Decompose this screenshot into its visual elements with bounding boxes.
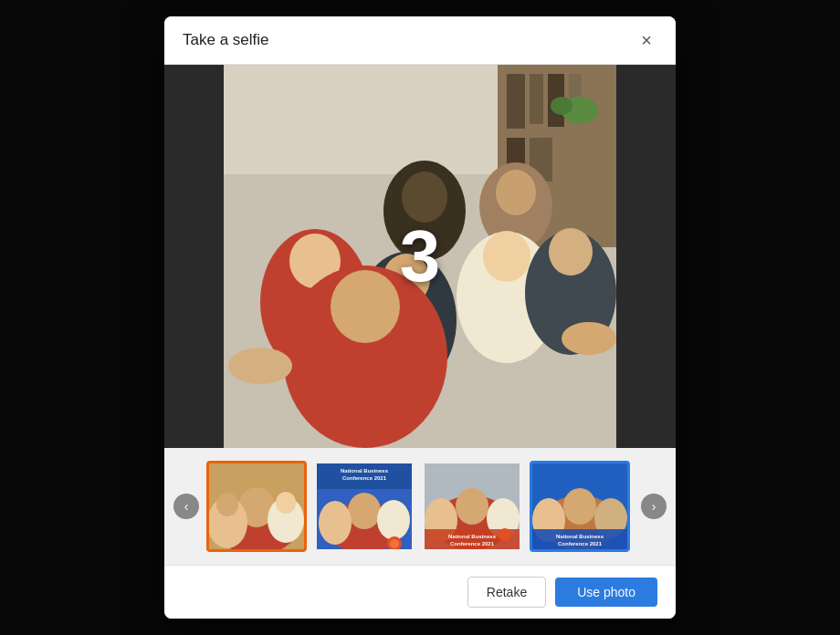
svg-text:Conference 2021: Conference 2021	[342, 475, 387, 481]
thumbnail-4[interactable]: National Business Conference 2021	[530, 461, 630, 552]
svg-point-55	[563, 488, 596, 525]
modal-header: Take a selfie ×	[164, 16, 676, 65]
svg-point-31	[216, 493, 238, 516]
thumbnail-1[interactable]	[206, 461, 307, 552]
svg-point-26	[562, 322, 616, 355]
svg-point-40	[319, 501, 352, 545]
strip-prev-button[interactable]: ‹	[173, 494, 199, 519]
retake-button[interactable]: Retake	[467, 577, 546, 608]
svg-rect-2	[507, 74, 525, 129]
thumbnail-strip: ‹	[164, 448, 676, 566]
svg-rect-10	[224, 65, 498, 174]
thumbnail-2[interactable]: National Business Conference 2021	[314, 461, 415, 552]
svg-point-9	[551, 97, 572, 115]
svg-rect-3	[530, 74, 543, 124]
svg-text:National Business: National Business	[341, 468, 389, 474]
modal-title: Take a selfie	[183, 31, 269, 49]
thumbnail-3[interactable]: National Business Conference 2021	[422, 461, 522, 552]
svg-point-25	[228, 348, 292, 384]
svg-point-12	[402, 172, 447, 223]
svg-point-43	[390, 539, 399, 548]
modal-footer: Retake Use photo	[164, 566, 676, 619]
selfie-modal: Take a selfie ×	[164, 16, 676, 619]
modal-overlay: Take a selfie ×	[0, 0, 840, 635]
svg-point-14	[496, 170, 536, 215]
close-button[interactable]: ×	[635, 29, 657, 51]
svg-point-39	[348, 493, 381, 529]
svg-point-33	[276, 492, 296, 514]
thumbnails-container: National Business Conference 2021	[206, 461, 634, 552]
svg-text:Conference 2021: Conference 2021	[450, 541, 495, 547]
svg-point-22	[483, 231, 530, 282]
svg-text:National Business: National Business	[448, 534, 497, 539]
svg-point-20	[331, 270, 400, 343]
camera-view: 3	[164, 65, 676, 448]
svg-point-24	[549, 228, 593, 276]
svg-text:National Business: National Business	[556, 534, 604, 539]
camera-feed	[224, 65, 616, 448]
svg-point-52	[499, 528, 511, 541]
svg-point-46	[456, 488, 488, 525]
svg-text:Conference 2021: Conference 2021	[558, 541, 603, 547]
use-photo-button[interactable]: Use photo	[555, 578, 657, 607]
svg-point-41	[377, 500, 410, 540]
strip-next-button[interactable]: ›	[641, 494, 667, 519]
